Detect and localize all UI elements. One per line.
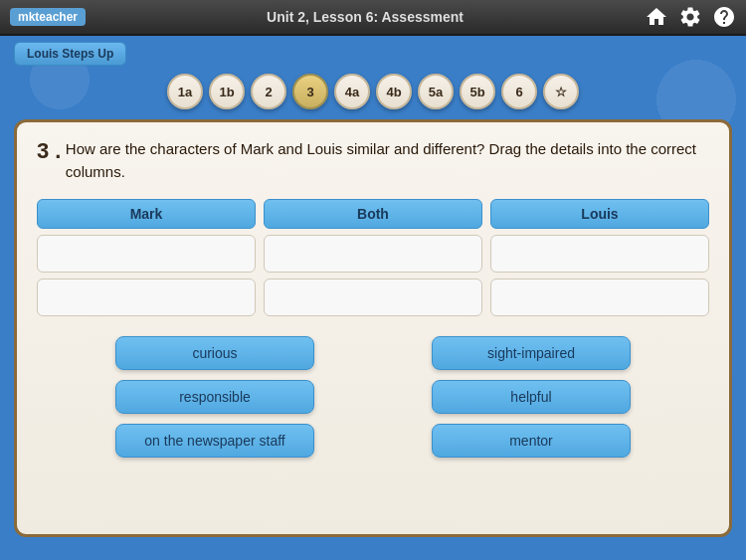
nav-item-1a[interactable]: 1a — [167, 74, 203, 109]
nav-item-2[interactable]: 2 — [251, 74, 286, 109]
drop-zone-louis-2[interactable] — [490, 279, 709, 316]
column-both: Both — [264, 199, 482, 316]
drag-items-right: sight-impaired helpful mentor — [432, 336, 631, 458]
top-bar-icons — [645, 5, 736, 29]
drop-zone-mark-2[interactable] — [37, 279, 256, 316]
drag-item-newspaper[interactable]: on the newspaper staff — [115, 424, 314, 458]
nav-item-3[interactable]: 3 — [292, 74, 328, 109]
user-badge: mkteacher — [10, 8, 86, 26]
drag-item-sight-impaired[interactable]: sight-impaired — [432, 336, 631, 370]
nav-item-5b[interactable]: 5b — [460, 74, 495, 109]
column-mark: Mark — [37, 199, 256, 316]
home-button[interactable] — [645, 5, 668, 29]
drag-items-left: curious responsible on the newspaper sta… — [115, 336, 314, 458]
main-content: 3 . How are the characters of Mark and L… — [14, 119, 732, 537]
items-area: curious responsible on the newspaper sta… — [37, 336, 709, 458]
drag-item-responsible[interactable]: responsible — [115, 380, 314, 414]
nav-item-star[interactable]: ☆ — [543, 74, 579, 109]
nav-item-6[interactable]: 6 — [501, 74, 537, 109]
nav-item-1b[interactable]: 1b — [209, 74, 245, 109]
drop-zone-mark-1[interactable] — [37, 235, 256, 273]
nav-row: 1a 1b 2 3 4a 4b 5a 5b 6 ☆ — [0, 74, 746, 109]
nav-item-4b[interactable]: 4b — [376, 74, 412, 109]
gear-button[interactable] — [678, 5, 702, 29]
question-dot: . — [55, 138, 61, 164]
column-louis: Louis — [490, 199, 709, 316]
question-button[interactable] — [712, 5, 736, 29]
lesson-tab-label[interactable]: Louis Steps Up — [14, 42, 126, 66]
question-number: 3 — [37, 138, 49, 164]
nav-item-4a[interactable]: 4a — [334, 74, 370, 109]
page-title: Unit 2, Lesson 6: Assessment — [86, 9, 645, 25]
drop-zone-louis-1[interactable] — [490, 235, 709, 273]
question-header: 3 . How are the characters of Mark and L… — [37, 138, 709, 183]
lesson-tab[interactable]: Louis Steps Up — [14, 42, 126, 66]
nav-item-5a[interactable]: 5a — [418, 74, 454, 109]
drag-item-mentor[interactable]: mentor — [432, 424, 631, 458]
column-mark-header: Mark — [37, 199, 256, 229]
drag-item-curious[interactable]: curious — [115, 336, 314, 370]
drag-item-helpful[interactable]: helpful — [432, 380, 631, 414]
column-both-header: Both — [264, 199, 482, 229]
question-text: How are the characters of Mark and Louis… — [66, 138, 709, 183]
drop-zone-both-1[interactable] — [264, 235, 482, 273]
drop-zone-both-2[interactable] — [264, 279, 482, 316]
columns-container: Mark Both Louis — [37, 199, 709, 316]
column-louis-header: Louis — [490, 199, 709, 229]
top-bar-left: mkteacher — [10, 8, 86, 26]
top-bar: mkteacher Unit 2, Lesson 6: Assessment — [0, 0, 746, 36]
